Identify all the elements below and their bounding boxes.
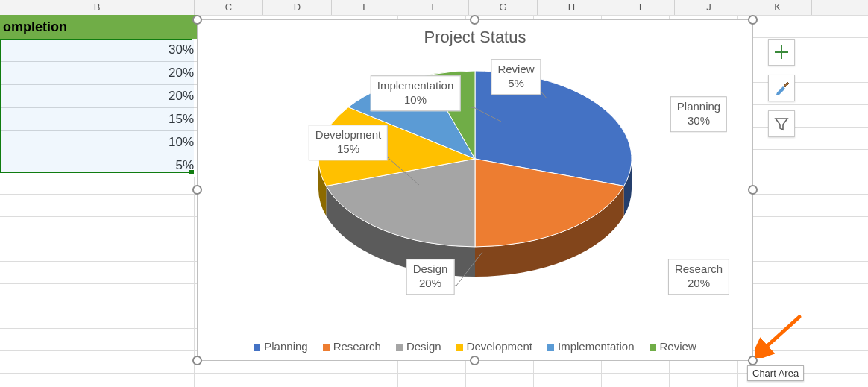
column-header-row: BCDEFGHIJK <box>0 0 868 15</box>
legend-item-research[interactable]: Research <box>323 340 381 353</box>
legend-swatch-icon <box>396 344 403 351</box>
column-header-K[interactable]: K <box>743 0 812 16</box>
resize-handle-br[interactable] <box>748 356 758 365</box>
chart-filters-button[interactable] <box>768 110 795 137</box>
pie-chart[interactable] <box>300 54 650 293</box>
cell-b6[interactable]: 15% <box>0 108 198 131</box>
legend-item-development[interactable]: Development <box>456 340 532 353</box>
chart-styles-button[interactable] <box>768 75 795 101</box>
resize-handle-tm[interactable] <box>470 15 479 25</box>
legend-item-planning[interactable]: Planning <box>254 340 307 353</box>
column-header-I[interactable]: I <box>606 0 675 16</box>
cell-b7[interactable]: 10% <box>0 131 198 154</box>
column-header-D[interactable]: D <box>263 0 332 16</box>
plus-icon <box>773 44 790 60</box>
legend-swatch-icon <box>547 344 554 351</box>
resize-handle-tl[interactable] <box>192 15 202 25</box>
column-b-header-cell[interactable]: ompletion <box>0 15 197 40</box>
column-header-B[interactable]: B <box>0 0 195 16</box>
data-label-development[interactable]: Development15% <box>309 125 388 160</box>
cell-b5[interactable]: 20% <box>0 85 198 108</box>
data-label-design[interactable]: Design20% <box>406 259 455 295</box>
brush-icon <box>773 80 790 96</box>
column-header-J[interactable]: J <box>675 0 743 16</box>
legend-item-design[interactable]: Design <box>396 340 441 353</box>
chart-legend[interactable]: PlanningResearchDesignDevelopmentImpleme… <box>198 340 752 353</box>
resize-handle-tr[interactable] <box>748 15 758 25</box>
data-label-research[interactable]: Research20% <box>668 259 729 295</box>
chart-plot-area[interactable]: Planning30%Research20%Design20%Developme… <box>198 47 752 301</box>
column-header-G[interactable]: G <box>469 0 538 16</box>
legend-swatch-icon <box>323 344 330 351</box>
cell-b4[interactable]: 20% <box>0 62 198 85</box>
cell-b8[interactable]: 5% <box>0 154 198 177</box>
legend-swatch-icon <box>650 344 656 351</box>
tooltip-chart-area: Chart Area <box>747 365 804 381</box>
resize-handle-bl[interactable] <box>192 356 202 365</box>
resize-handle-bm[interactable] <box>470 356 479 365</box>
column-b-data-range[interactable]: 30%20%20%15%10%5% <box>0 39 194 177</box>
legend-swatch-icon <box>456 344 463 351</box>
legend-item-review[interactable]: Review <box>650 340 696 353</box>
data-label-review[interactable]: Review5% <box>491 59 541 95</box>
cell-b3[interactable]: 30% <box>0 39 198 62</box>
funnel-icon <box>773 116 790 132</box>
chart-elements-button[interactable] <box>768 39 795 66</box>
column-header-C[interactable]: C <box>195 0 263 16</box>
data-label-implementation[interactable]: Implementation10% <box>371 75 461 111</box>
column-header-F[interactable]: F <box>400 0 469 16</box>
legend-item-implementation[interactable]: Implementation <box>547 340 635 353</box>
chart-object[interactable]: Project Status Planning30%Research20%Des… <box>197 19 753 361</box>
legend-swatch-icon <box>254 344 260 351</box>
column-header-H[interactable]: H <box>538 0 606 16</box>
data-label-planning[interactable]: Planning30% <box>670 96 727 132</box>
column-header-E[interactable]: E <box>332 0 400 16</box>
